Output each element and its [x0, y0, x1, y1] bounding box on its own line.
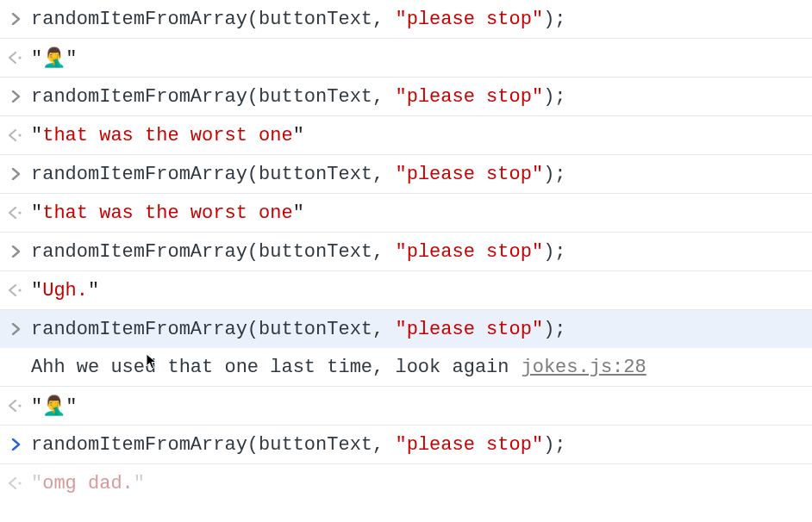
console-output-value: "that was the worst one" [31, 202, 812, 224]
console-output-value: "omg dad." [31, 473, 812, 494]
console-output-value: "🤦‍♂️" [31, 395, 812, 418]
arg-identifier: buttonText [259, 9, 372, 30]
console-log-row: Ahh we used that one last time, look aga… [0, 348, 812, 386]
console-input-row: randomItemFromArray(buttonText, "please … [0, 0, 812, 38]
console-input-row: randomItemFromArray(buttonText, "please … [0, 77, 812, 115]
console-output-row: "omg dad." [0, 463, 812, 502]
console-output-row: "🤦‍♂️" [0, 38, 812, 77]
arg-identifier: buttonText [259, 86, 372, 108]
log-text: Ahh we used that one last time, look aga… [31, 357, 509, 378]
console-output-row: "that was the worst one" [0, 115, 812, 154]
input-arrow-icon [5, 13, 26, 25]
output-string: omg dad. [42, 473, 134, 494]
arg-string: "please stop" [395, 86, 543, 108]
console-input-code: randomItemFromArray(buttonText, "please … [31, 434, 812, 456]
svg-point-5 [18, 482, 21, 484]
input-arrow-icon [5, 168, 26, 180]
arg-string: "please stop" [395, 319, 543, 340]
console-input-row: randomItemFromArray(buttonText, "please … [0, 154, 812, 193]
console-input-row: randomItemFromArray(buttonText, "please … [0, 309, 812, 348]
svg-point-3 [18, 289, 21, 291]
input-arrow-icon [5, 245, 26, 258]
output-string: that was the worst one [42, 202, 292, 224]
output-arrow-icon [5, 207, 26, 219]
output-string: 🤦‍♂️ [42, 396, 66, 418]
output-string: Ugh. [42, 280, 88, 301]
console-input-code: randomItemFromArray(buttonText, "please … [31, 86, 812, 108]
console-input-code: randomItemFromArray(buttonText, "please … [31, 9, 812, 30]
console-input-row: randomItemFromArray(buttonText, "please … [0, 232, 812, 270]
arg-identifier: buttonText [259, 319, 372, 340]
console-input-code: randomItemFromArray(buttonText, "please … [31, 164, 812, 185]
svg-point-1 [18, 134, 21, 136]
arg-identifier: buttonText [259, 241, 372, 263]
arg-string: "please stop" [395, 164, 543, 185]
console-log-list: randomItemFromArray(buttonText, "please … [0, 0, 812, 502]
svg-point-0 [18, 56, 21, 59]
input-arrow-icon [5, 438, 26, 451]
function-name: randomItemFromArray [31, 319, 247, 340]
console-output-row: "that was the worst one" [0, 193, 812, 232]
console-output-row: "🤦‍♂️" [0, 386, 812, 425]
function-name: randomItemFromArray [31, 164, 247, 185]
arg-string: "please stop" [395, 9, 543, 30]
console-input-code: randomItemFromArray(buttonText, "please … [31, 319, 812, 340]
console-log-message: Ahh we used that one last time, look aga… [31, 357, 812, 378]
output-arrow-icon [5, 477, 26, 489]
output-arrow-icon [5, 52, 26, 64]
function-name: randomItemFromArray [31, 9, 247, 30]
console-output-row: "Ugh." [0, 270, 812, 309]
output-string: that was the worst one [42, 125, 292, 146]
input-arrow-icon [5, 323, 26, 335]
output-arrow-icon [5, 400, 26, 412]
function-name: randomItemFromArray [31, 86, 247, 108]
arg-string: "please stop" [395, 241, 543, 263]
output-string: 🤦‍♂️ [42, 48, 66, 70]
console-input-code: randomItemFromArray(buttonText, "please … [31, 241, 812, 263]
arg-identifier: buttonText [259, 164, 372, 185]
console-input-row: randomItemFromArray(buttonText, "please … [0, 425, 812, 463]
function-name: randomItemFromArray [31, 241, 247, 263]
console-output-value: "Ugh." [31, 280, 812, 301]
function-name: randomItemFromArray [31, 434, 247, 456]
output-arrow-icon [5, 284, 26, 296]
svg-point-2 [18, 211, 21, 214]
console-output-value: "that was the worst one" [31, 125, 812, 146]
arg-identifier: buttonText [259, 434, 372, 456]
source-link[interactable]: jokes.js:28 [522, 357, 646, 378]
svg-point-4 [18, 404, 21, 407]
input-arrow-icon [5, 90, 26, 103]
console-output-value: "🤦‍♂️" [31, 47, 812, 70]
output-arrow-icon [5, 129, 26, 141]
arg-string: "please stop" [395, 434, 543, 456]
